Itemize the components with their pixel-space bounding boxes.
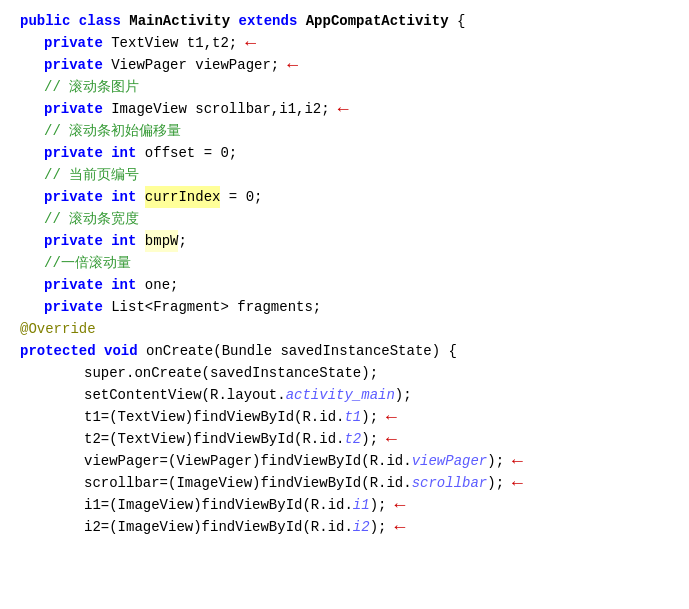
code-line-11: private int bmpW ; (0, 230, 689, 252)
keyword-int-1: int (111, 142, 136, 164)
arrow-icon-6: ← (512, 452, 523, 470)
code-line-23: i1=(ImageView)findViewById(R.id. i1 ); ← (0, 494, 689, 516)
keyword-int-2: int (111, 186, 136, 208)
arrow-icon-2: ← (287, 56, 298, 74)
keyword-void: void (104, 340, 138, 362)
arrow-icon-7: ← (512, 474, 523, 492)
code-line-7: private int offset = 0; (0, 142, 689, 164)
annotation-override: @Override (20, 318, 96, 340)
code-line-19: t1=(TextView)findViewById(R.id. t1 ); ← (0, 406, 689, 428)
comment-scroll-amount: //一倍滚动量 (44, 252, 131, 274)
arrow-icon-4: ← (386, 408, 397, 426)
keyword-private-2: private (44, 54, 103, 76)
code-line-21: viewPager=(ViewPager)findViewById(R.id. … (0, 450, 689, 472)
code-line-13: private int one; (0, 274, 689, 296)
code-line-1: public class MainActivity extends AppCom… (0, 10, 689, 32)
keyword-private-4: private (44, 142, 103, 164)
type-viewpager: ViewPager (111, 54, 187, 76)
arrow-icon-9: ← (394, 518, 405, 536)
keyword-class: class (79, 10, 121, 32)
ref-i1: i1 (353, 494, 370, 516)
code-line-3: private ViewPager viewPager; ← (0, 54, 689, 76)
keyword-int-4: int (111, 274, 136, 296)
keyword-extends: extends (238, 10, 297, 32)
keyword-public: public (20, 10, 70, 32)
code-editor: public class MainActivity extends AppCom… (0, 0, 689, 609)
keyword-private-7: private (44, 274, 103, 296)
keyword-private: private (44, 32, 103, 54)
keyword-private-6: private (44, 230, 103, 252)
arrow-icon-3: ← (338, 100, 349, 118)
ref-t2: t2 (344, 428, 361, 450)
code-line-5: private ImageView scrollbar,i1,i2; ← (0, 98, 689, 120)
code-line-15: @Override (0, 318, 689, 340)
comment-scrollbar-width: // 滚动条宽度 (44, 208, 139, 230)
arrow-icon-1: ← (245, 34, 256, 52)
keyword-private-8: private (44, 296, 103, 318)
classname-mainactivity: MainActivity (129, 10, 230, 32)
code-line-18: setContentView(R.layout. activity_main )… (0, 384, 689, 406)
keyword-private-5: private (44, 186, 103, 208)
code-line-20: t2=(TextView)findViewById(R.id. t2 ); ← (0, 428, 689, 450)
ref-scrollbar: scrollbar (412, 472, 488, 494)
highlight-bmpw: bmpW (145, 230, 179, 252)
code-line-2: private TextView t1,t2; ← (0, 32, 689, 54)
code-line-10: // 滚动条宽度 (0, 208, 689, 230)
keyword-int-3: int (111, 230, 136, 252)
type-imageview: ImageView (111, 98, 187, 120)
comment-initial-offset: // 滚动条初始偏移量 (44, 120, 181, 142)
arrow-icon-8: ← (394, 496, 405, 514)
code-line-17: super.onCreate(savedInstanceState); (0, 362, 689, 384)
code-line-4: // 滚动条图片 (0, 76, 689, 98)
code-line-22: scrollbar=(ImageView)findViewById(R.id. … (0, 472, 689, 494)
code-line-9: private int currIndex = 0; (0, 186, 689, 208)
ref-t1: t1 (344, 406, 361, 428)
ref-viewpager: viewPager (412, 450, 488, 472)
type-textview: TextView (111, 32, 178, 54)
code-line-24: i2=(ImageView)findViewById(R.id. i2 ); ← (0, 516, 689, 538)
code-line-8: // 当前页编号 (0, 164, 689, 186)
ref-i2: i2 (353, 516, 370, 538)
highlight-currindex: currIndex (145, 186, 221, 208)
code-line-16: protected void onCreate(Bundle savedInst… (0, 340, 689, 362)
comment-scrollbar-img: // 滚动条图片 (44, 76, 139, 98)
code-line-12: //一倍滚动量 (0, 252, 689, 274)
code-line-6: // 滚动条初始偏移量 (0, 120, 689, 142)
classname-appcompatactivity: AppCompatActivity (306, 10, 449, 32)
code-line-14: private List<Fragment> fragments; (0, 296, 689, 318)
comment-page-num: // 当前页编号 (44, 164, 139, 186)
keyword-private-3: private (44, 98, 103, 120)
keyword-protected: protected (20, 340, 96, 362)
ref-activity-main: activity_main (286, 384, 395, 406)
arrow-icon-5: ← (386, 430, 397, 448)
